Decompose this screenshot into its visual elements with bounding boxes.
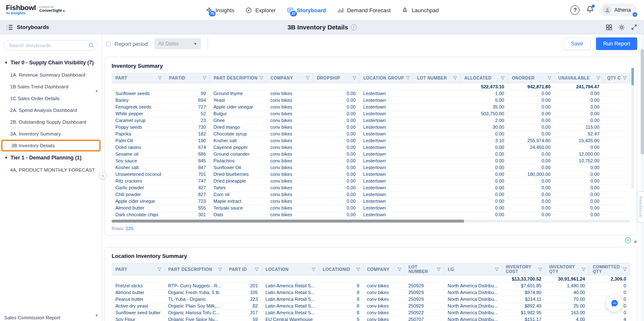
column-header-inventory-qty[interactable]: INVENTORY QTY <box>545 263 588 276</box>
layout-grid-icon[interactable] <box>606 24 612 31</box>
sidebar-item-sales-commission-report[interactable]: Sales Commission Report <box>0 313 102 321</box>
nav-explorer[interactable]: Explorer <box>245 0 275 20</box>
filter-icon[interactable] <box>158 76 162 80</box>
column-header-locationid[interactable]: LOCATIONID <box>318 263 363 276</box>
column-header-part-description[interactable]: PART DESCRIPTION <box>210 73 267 83</box>
sidebar-item-3b-inventory-details[interactable]: 3B Inventory Details <box>1 140 101 151</box>
table-row[interactable]: Barley694Yeastconv bikes0.00Lestertown5.… <box>112 97 630 104</box>
report-period-checkbox[interactable] <box>106 42 111 46</box>
column-header-committed-qty[interactable]: COMMITTED QTY <box>589 263 630 276</box>
column-header-lg[interactable]: LG <box>444 263 502 276</box>
sidebar-item-2a-spend-analysis[interactable]: 2A. Spend Analysis Dashboard <box>0 104 102 116</box>
column-header-allocated[interactable]: ALLOCATED <box>460 73 508 83</box>
search-icon[interactable] <box>88 42 94 50</box>
table-row[interactable]: Sesame oil686Ground corianderconv bikes0… <box>112 151 630 158</box>
table-row[interactable]: Unsweetened coconut701Dried blueberriesc… <box>112 171 630 178</box>
filter-icon[interactable] <box>397 267 402 272</box>
search-input[interactable] <box>3 40 98 50</box>
sidebar-collapse-icon[interactable]: ‹ <box>99 172 107 179</box>
table-row[interactable]: Active dry yeastOrganic Plain Soy Milk,.… <box>112 303 630 310</box>
column-header-part[interactable]: PART <box>112 263 164 276</box>
card-info-icon[interactable]: i <box>625 237 631 243</box>
column-header-lot-number[interactable]: LOT NUMBER <box>404 263 444 276</box>
column-header-part-id[interactable]: PART ID <box>225 263 262 276</box>
filter-icon[interactable] <box>596 76 601 80</box>
tree-group-tier0[interactable]: ▼ Tier 0 - Supply Chain Visibility (7) <box>0 56 102 69</box>
notifications-bell-icon[interactable] <box>586 5 594 15</box>
nav-storyboard[interactable]: 37 Storyboard <box>287 0 326 20</box>
filter-icon[interactable] <box>538 267 542 272</box>
table-row[interactable]: Almond butter555Teriyaki sauceconv bikes… <box>112 205 630 212</box>
column-header-qty-committed[interactable]: QTY C <box>603 73 630 83</box>
table-row[interactable]: Kosher salt847Sunflower Oilconv bikes0.0… <box>112 164 630 171</box>
sidebar-scroll-up-icon[interactable]: ▲ <box>95 88 99 93</box>
filter-icon[interactable] <box>406 76 410 80</box>
table-row[interactable]: White pepper52Bulgurconv bikes0.00Lester… <box>112 111 630 117</box>
resize-handle[interactable]: ◢ <box>633 239 636 243</box>
filter-icon[interactable] <box>157 267 162 272</box>
table-row[interactable]: Dried raisins674Cayenne pepperconv bikes… <box>112 144 630 151</box>
sidebar-item-1b-sales-trend[interactable]: 1B Sales Trend Dashboard <box>0 81 102 93</box>
filter-icon[interactable] <box>581 267 586 272</box>
help-icon[interactable]: ? <box>570 5 580 15</box>
save-button[interactable]: Save <box>564 37 591 50</box>
column-header-onorder[interactable]: ONORDER <box>508 73 554 83</box>
filter-icon[interactable] <box>311 267 316 272</box>
column-header-lot-number[interactable]: LOT NUMBER <box>413 73 460 83</box>
table-row[interactable]: Caramel syrup23Gheeconv bikes0.00Lestert… <box>112 117 630 124</box>
filter-icon[interactable] <box>202 76 207 80</box>
nav-insights[interactable]: 75 Insights <box>205 0 234 20</box>
sidebar-item-1c-sales-order[interactable]: 1C Sales Order Details <box>0 93 102 104</box>
table-row[interactable]: Dark chocolate chips301Oatsconv bikes0.0… <box>112 212 630 218</box>
table-horizontal-scrollbar[interactable] <box>112 220 630 223</box>
table-row[interactable]: Sunflower seeds99Ground thymeconv bikes0… <box>112 90 630 97</box>
column-header-dropship[interactable]: DROPSHIP <box>313 73 360 83</box>
chat-assistant-button[interactable] <box>606 295 623 312</box>
tree-group-tier1[interactable]: ▼ Tier 1 - Demand Planning (1) <box>0 151 102 164</box>
filter-icon[interactable] <box>494 267 499 272</box>
filter-icon[interactable] <box>547 76 552 80</box>
column-header-unavailable[interactable]: UNAVAILABLE <box>554 73 603 83</box>
table-row[interactable]: Soy sauce845Pistachiosconv bikes0.00Lest… <box>112 158 630 164</box>
nav-demand-forecast[interactable]: Demand Forecast <box>337 0 390 20</box>
user-menu[interactable]: Athena ▾ <box>601 4 636 16</box>
table-row[interactable]: Soy FlourOrganic Five Spice Nu...59EU Ce… <box>112 316 630 321</box>
table-row[interactable]: Garlic powder427Tahiniconv bikes0.00Lest… <box>112 185 630 191</box>
table-row[interactable]: Fenugreek seeds727Apple cider vinegarcon… <box>112 104 630 111</box>
feedback-tab[interactable]: Feedback <box>637 191 644 223</box>
column-header-location-group[interactable]: LOCATION GROUP <box>359 73 413 83</box>
filter-icon[interactable] <box>500 76 505 80</box>
table-row[interactable]: Paprika182Chocolate syrupconv bikes0.00L… <box>112 131 630 138</box>
column-header-location[interactable]: LOCATION <box>262 263 318 276</box>
filter-icon[interactable] <box>218 267 222 272</box>
filter-icon[interactable] <box>436 267 441 272</box>
table-vertical-scrollbar[interactable] <box>631 68 634 189</box>
table-row[interactable]: Poppy seeds730Dried mangoconv bikes0.00L… <box>112 124 630 131</box>
filter-icon[interactable] <box>254 267 259 272</box>
filter-icon[interactable] <box>352 76 357 80</box>
storyboards-list-icon[interactable] <box>6 24 13 30</box>
sidebar-item-1a-revenue-summary[interactable]: 1A. Revenue Summary Dashboard <box>0 69 102 81</box>
sidebar-item-3a-inventory-summary[interactable]: 3A. Inventory Summary <box>0 128 102 140</box>
page-info-icon[interactable]: i <box>351 24 357 30</box>
filter-icon[interactable] <box>623 267 627 272</box>
sidebar-scroll-down-icon[interactable]: ▼ <box>95 313 99 318</box>
column-header-company[interactable]: COMPANY <box>363 263 404 276</box>
filter-icon[interactable] <box>356 267 361 272</box>
table-row[interactable]: Ritz crackers747Dried pineappleconv bike… <box>112 178 630 185</box>
table-row[interactable]: Peanut butterTL-Yuba - Organic223Latin A… <box>112 296 630 303</box>
page-scrollbar[interactable] <box>641 34 644 321</box>
table-row[interactable]: Chili powder827Corn oilconv bikes0.00Les… <box>112 191 630 198</box>
sidebar-item-2b-outstanding-supply[interactable]: 2B. Outstanding Supply Dashboard <box>0 116 102 128</box>
column-header-part[interactable]: PART <box>112 73 165 83</box>
sidebar-item-4a-product-monthly-forecast[interactable]: 4A. PRODUCT MONTHLY FORECAST <box>0 164 102 176</box>
date-filter-dropdown[interactable]: All Dates ▼ <box>155 38 201 49</box>
column-header-part-description[interactable]: PART DESCRIPTION <box>164 263 225 276</box>
column-header-inventory-cost[interactable]: INVENTORY COST <box>502 263 545 276</box>
table-row[interactable]: Apple cider vinegar723Maple extractconv … <box>112 198 630 205</box>
column-header-partid[interactable]: PARTID <box>165 73 210 83</box>
filter-icon[interactable] <box>305 76 310 80</box>
filter-icon[interactable] <box>453 76 457 80</box>
table-row[interactable]: Almond butterOrganic Fresh Yuba, 5 lb105… <box>112 289 630 296</box>
run-report-button[interactable]: Run Report <box>596 37 637 50</box>
